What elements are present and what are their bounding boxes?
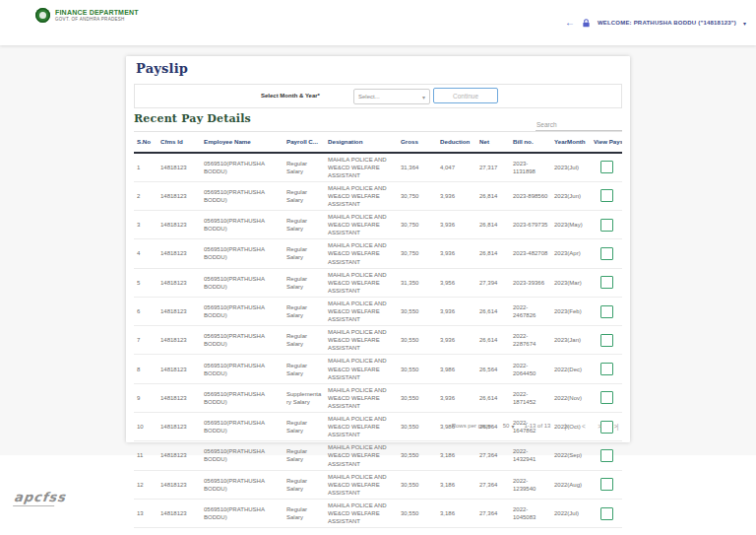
cell-deduction: 3,936 [437, 297, 476, 325]
view-payslip-button[interactable] [600, 363, 613, 375]
cell-cfms_id: 14818123 [158, 326, 201, 355]
cell-view-payslip [591, 383, 622, 412]
cell-net: 26,614 [476, 383, 510, 412]
table-row: 6148181230569510(PRATHUSHA BODDU)Regular… [134, 297, 622, 325]
cell-bill_no: 2023-1131898 [510, 153, 551, 182]
cell-deduction: 3,936 [437, 383, 476, 412]
view-payslip-button[interactable] [600, 247, 613, 260]
cell-cfms_id: 14818123 [158, 470, 201, 499]
view-payslip-button[interactable] [600, 507, 613, 520]
last-page-button[interactable]: >| [614, 423, 618, 430]
cell-view-payslip [591, 326, 622, 355]
top-header-bar: FINANCE DEPARTMENT GOVT. OF ANDHRA PRADE… [0, 0, 756, 45]
cell-year_month: 2023(Mar) [551, 268, 591, 297]
column-header-8: Bill no. [510, 132, 551, 153]
cell-cfms_id: 14818123 [158, 239, 201, 268]
table-pagination: Rows per page: 50 ▾ 1-13 of 13 |< < > >| [134, 417, 622, 435]
cell-sno: 2 [134, 181, 158, 210]
continue-button[interactable]: Continue [433, 88, 498, 103]
page-title: Payslip [136, 61, 188, 76]
cell-employee_name: 0569510(PRATHUSHA BODDU) [201, 181, 284, 210]
rows-per-page-select[interactable]: 50 ▾ [503, 423, 515, 430]
cell-sno: 8 [134, 355, 158, 383]
cell-designation: MAHILA POLICE AND WE&CD WELFARE ASSISTAN… [325, 239, 398, 268]
cell-cfms_id: 14818123 [158, 153, 201, 182]
table-row: 5148181230569510(PRATHUSHA BODDU)Regular… [134, 268, 622, 297]
cell-cfms_id: 14818123 [158, 181, 201, 210]
search-input[interactable] [536, 119, 622, 131]
cell-employee_name: 0569510(PRATHUSHA BODDU) [201, 268, 284, 297]
table-row: 12148181230569510(PRATHUSHA BODDU)Regula… [134, 470, 622, 499]
cell-net: 26,814 [476, 181, 510, 210]
cell-net: 26,614 [476, 326, 510, 355]
recent-pay-details-title: Recent Pay Details [134, 112, 251, 125]
cell-cfms_id: 14818123 [158, 441, 201, 470]
cell-designation: MAHILA POLICE AND WE&CD WELFARE ASSISTAN… [325, 499, 398, 527]
cell-gross: 30,550 [398, 297, 437, 325]
view-payslip-button[interactable] [600, 276, 613, 289]
cell-view-payslip [591, 355, 622, 383]
cell-payroll_category: Regular Salary [284, 239, 325, 268]
welcome-user-menu[interactable]: WELCOME: PRATHUSHA BODDU ("14818123") [598, 20, 736, 26]
cell-deduction: 3,186 [437, 470, 476, 499]
apcfss-logo: apcfss [13, 490, 67, 506]
view-payslip-button[interactable] [600, 391, 613, 404]
cell-designation: MAHILA POLICE AND WE&CD WELFARE ASSISTAN… [325, 470, 398, 499]
cell-cfms_id: 14818123 [158, 268, 201, 297]
cell-payroll_category: Regular Salary [284, 181, 325, 210]
prev-page-button[interactable]: < [582, 423, 585, 430]
cell-gross: 30,750 [398, 181, 437, 210]
cell-payroll_category: Regular Salary [284, 499, 325, 527]
cell-view-payslip [591, 268, 622, 297]
cell-cfms_id: 14818123 [158, 499, 201, 527]
cell-sno: 7 [134, 326, 158, 355]
cell-bill_no: 2023-898560 [510, 181, 551, 210]
cell-payroll_category: Supplementary Salary [284, 383, 325, 412]
cell-year_month: 2023(Apr) [551, 239, 591, 268]
cell-year_month: 2023(Jan) [551, 326, 591, 355]
cell-payroll_category: Regular Salary [284, 326, 325, 355]
column-header-0: S.No [134, 132, 158, 153]
view-payslip-button[interactable] [600, 449, 613, 462]
table-row: 11148181230569510(PRATHUSHA BODDU)Regula… [134, 441, 622, 470]
cell-deduction: 3,186 [437, 499, 476, 527]
view-payslip-button[interactable] [600, 189, 613, 202]
cell-bill_no: 2023-679735 [510, 211, 551, 239]
cell-bill_no: 2023-39366 [510, 268, 551, 297]
cell-cfms_id: 14818123 [158, 297, 201, 325]
rows-per-page-label: Rows per page: [452, 423, 493, 429]
cell-net: 26,564 [476, 355, 510, 383]
view-payslip-button[interactable] [600, 334, 613, 347]
cell-deduction: 3,956 [437, 268, 476, 297]
view-payslip-button[interactable] [600, 161, 613, 173]
cell-sno: 1 [134, 153, 158, 182]
chevron-down-icon[interactable]: ▾ [743, 20, 746, 27]
cell-designation: MAHILA POLICE AND WE&CD WELFARE ASSISTAN… [325, 153, 398, 182]
cell-view-payslip [591, 499, 622, 527]
cell-designation: MAHILA POLICE AND WE&CD WELFARE ASSISTAN… [325, 326, 398, 355]
view-payslip-button[interactable] [600, 219, 613, 232]
cell-year_month: 2022(Jul) [551, 499, 591, 527]
back-arrow-icon[interactable]: ← [565, 18, 575, 28]
cell-gross: 30,550 [398, 441, 437, 470]
cell-designation: MAHILA POLICE AND WE&CD WELFARE ASSISTAN… [325, 268, 398, 297]
column-header-1: Cfms Id [158, 132, 201, 153]
cell-year_month: 2022(Dec) [551, 355, 591, 383]
month-year-select[interactable]: Select... ▾ [353, 89, 430, 104]
cell-sno: 11 [134, 441, 158, 470]
cell-deduction: 4,047 [437, 153, 476, 182]
next-page-button[interactable]: > [598, 423, 600, 430]
cell-bill_no: 2022-1432941 [510, 441, 551, 470]
view-payslip-button[interactable] [600, 305, 613, 318]
table-row: 13148181230569510(PRATHUSHA BODDU)Regula… [134, 499, 622, 527]
view-payslip-button[interactable] [600, 478, 613, 491]
cell-gross: 30,550 [398, 470, 437, 499]
lock-icon[interactable] [582, 19, 591, 28]
cell-view-payslip [591, 211, 622, 239]
column-header-6: Deduction [437, 132, 476, 153]
first-page-button[interactable]: |< [564, 423, 568, 430]
cell-net: 27,364 [476, 441, 510, 470]
cell-payroll_category: Regular Salary [284, 355, 325, 383]
cell-year_month: 2023(May) [551, 211, 591, 239]
cell-sno: 6 [134, 297, 158, 325]
